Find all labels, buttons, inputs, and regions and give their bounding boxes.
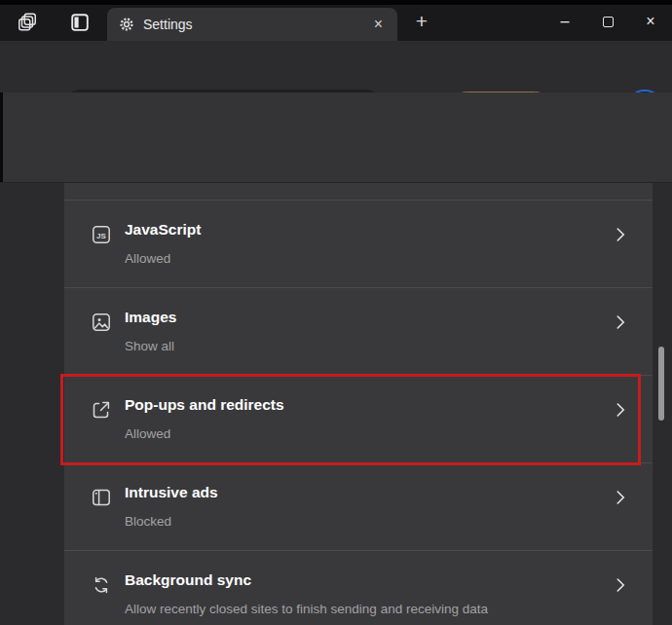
images-icon [90,311,113,334]
tab-close-icon[interactable]: × [371,17,386,32]
row-subtitle: Show all [125,339,174,353]
row-title: JavaScript [125,221,201,239]
maximize-icon [603,17,614,27]
minimize-button[interactable]: – [543,5,586,38]
row-subtitle: Allowed [125,426,170,441]
row-title: Background sync [125,571,251,589]
settings-header: Settings [0,92,672,182]
svg-text:JS: JS [96,232,106,240]
workspaces-icon[interactable] [16,11,39,34]
row-subtitle: Allowed [125,251,170,266]
list-item-images[interactable]: Images Show all [64,287,653,375]
scrollbar-thumb[interactable] [658,347,664,421]
browser-window: Settings × + – × Edge | edge://se [0,0,672,625]
row-title: Intrusive ads [125,484,218,501]
chevron-right-icon [610,224,631,245]
close-button[interactable]: × [629,5,672,38]
list-item-popups-and-redirects[interactable]: Pop-ups and redirects Allowed [64,375,653,462]
tab-settings[interactable]: Settings × [107,8,397,41]
intrusive-ads-icon [90,486,113,509]
row-title: Pop-ups and redirects [125,396,284,414]
tab-gear-icon [119,17,134,32]
list-item-background-sync[interactable]: Background sync Allow recently closed si… [64,550,653,625]
row-title: Images [125,309,176,326]
tab-title: Settings [143,17,371,32]
list-item-intrusive-ads[interactable]: Intrusive ads Blocked [64,462,653,550]
chevron-right-icon [610,399,631,421]
maximize-button[interactable] [586,5,629,38]
list-item-javascript[interactable]: JS JavaScript Allowed [64,200,653,287]
tab-strip: Settings × + – × [0,0,672,41]
background-sync-icon [90,573,113,597]
permissions-list: JS JavaScript Allowed Images [64,183,653,625]
new-tab-button[interactable]: + [407,9,436,34]
javascript-icon: JS [90,223,113,246]
chevron-right-icon [610,312,631,333]
window-controls: – × [543,5,672,40]
row-subtitle: Allow recently closed sites to finish se… [125,602,488,616]
tab-actions-menu-icon[interactable] [68,11,92,34]
settings-content: JS JavaScript Allowed Images [0,183,672,625]
popups-icon [90,398,113,422]
chevron-right-icon [610,574,631,596]
chevron-right-icon [610,487,631,508]
row-subtitle: Blocked [125,514,171,529]
toolbar: Edge | edge://settings/con... ☆+ Sign in… [0,41,672,92]
